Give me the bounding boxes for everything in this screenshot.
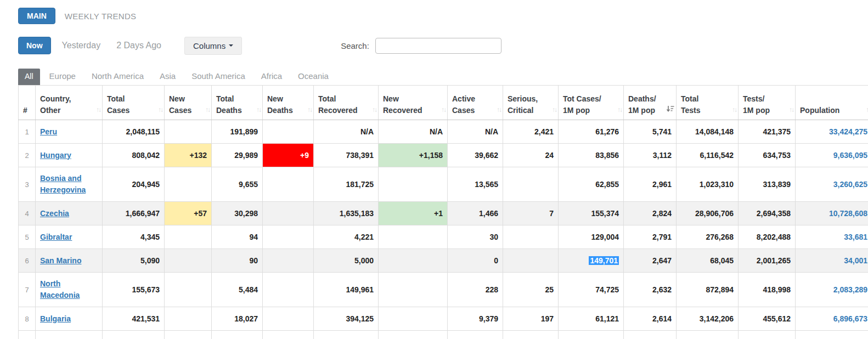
sort-icon: ↑↓: [497, 105, 501, 115]
active-cases-cell: N/A: [448, 120, 503, 144]
tests-per-1m-cell: 418,998: [739, 273, 796, 307]
new-cases-cell: [165, 225, 212, 249]
continent-tab-oceania[interactable]: Oceania: [298, 68, 329, 85]
new-cases-cell: [165, 273, 212, 307]
country-link[interactable]: Gibraltar: [40, 233, 72, 241]
country-link[interactable]: Hungary: [40, 151, 71, 160]
population-link[interactable]: 2,083,289: [833, 285, 867, 294]
total-recovered-cell: 181,725: [314, 167, 379, 202]
serious-critical-cell: [503, 331, 559, 339]
column-header-country[interactable]: Country,Other↑↓: [36, 86, 103, 120]
covid-stats-table: #Country,Other↑↓TotalCases↑↓NewCases↑↓To…: [18, 85, 868, 339]
columns-dropdown[interactable]: Columns: [184, 37, 242, 55]
country-cell: Peru: [36, 120, 103, 144]
continent-tab-north-america[interactable]: North America: [92, 68, 144, 85]
sort-icon: ↑↓: [617, 105, 622, 115]
column-header-tests-per-1m[interactable]: Tests/1M pop↑↓: [739, 86, 796, 120]
population-link[interactable]: 3,260,625: [833, 180, 867, 189]
continent-tab-asia[interactable]: Asia: [160, 68, 176, 85]
country-link[interactable]: Peru: [40, 127, 57, 136]
columns-dropdown-label: Columns: [193, 42, 226, 50]
cases-per-1m-cell: 155,374: [559, 202, 624, 225]
country-link[interactable]: Czechia: [40, 209, 69, 218]
column-header-new-cases[interactable]: NewCases↑↓: [165, 86, 212, 120]
column-header-active-cases[interactable]: ActiveCases↑↓: [448, 86, 503, 120]
header-label: Tests: [681, 105, 734, 116]
header-label: Deaths/: [628, 93, 672, 104]
header-label: #: [23, 105, 31, 116]
total-tests-cell: 276,268: [677, 225, 739, 249]
population-link[interactable]: 33,424,275: [829, 127, 867, 136]
total-tests-cell: [677, 331, 739, 339]
total-recovered-cell: 1,635,183: [314, 202, 379, 225]
total-deaths-cell: 94: [212, 225, 263, 249]
cases-per-1m-cell: 149,701: [559, 249, 624, 273]
population-link[interactable]: 6,896,673: [833, 314, 867, 323]
tab-main[interactable]: MAIN: [18, 8, 55, 24]
column-header-serious-critical[interactable]: Serious,Critical↑↓: [503, 86, 559, 120]
column-header-deaths-per-1m[interactable]: Deaths/1M pop: [624, 86, 677, 120]
serious-critical-cell: 7: [503, 202, 559, 225]
continent-tab-africa[interactable]: Africa: [261, 68, 282, 85]
search-input[interactable]: [375, 38, 501, 54]
column-header-total-tests[interactable]: TotalTests↑↓: [677, 86, 739, 120]
country-cell: Bosnia and Herzegovina: [36, 167, 103, 202]
column-header-population[interactable]: Population↑↓: [796, 86, 868, 120]
column-header-total-recovered[interactable]: TotalRecovered↑↓: [314, 86, 379, 120]
header-label: Total: [318, 93, 374, 104]
population-link[interactable]: 33,681: [844, 233, 867, 241]
tests-per-1m-cell: 634,753: [739, 144, 796, 167]
now-button[interactable]: Now: [18, 37, 51, 54]
yesterday-button[interactable]: Yesterday: [62, 41, 101, 50]
new-recovered-cell: [379, 273, 448, 307]
new-cases-cell: [165, 331, 212, 339]
cases-per-1m-cell: 74,725: [559, 273, 624, 307]
serious-critical-cell: 25: [503, 273, 559, 307]
deaths-per-1m-cell: 2,824: [624, 202, 677, 225]
header-label: New: [267, 93, 309, 104]
continent-tab-south-america[interactable]: South America: [191, 68, 245, 85]
header-label: Serious,: [508, 93, 554, 104]
header-label: Cases: [107, 105, 160, 116]
column-header-cases-per-1m[interactable]: Tot Cases/1M pop↑↓: [559, 86, 624, 120]
country-cell: Czechia: [36, 202, 103, 225]
total-tests-cell: 68,045: [677, 249, 739, 273]
total-recovered-cell: 394,125: [314, 307, 379, 331]
continent-tab-all[interactable]: All: [18, 69, 40, 85]
total-tests-cell: 6,116,542: [677, 144, 739, 167]
population-cell: 6,896,673: [796, 307, 868, 331]
table-row: [19, 331, 868, 339]
column-header-total-cases[interactable]: TotalCases↑↓: [103, 86, 165, 120]
header-label: Cases: [452, 105, 498, 116]
header-label: Population: [800, 105, 867, 116]
population-cell: 33,681: [796, 225, 868, 249]
country-link[interactable]: North Macedonia: [40, 279, 80, 300]
deaths-per-1m-cell: 5,741: [624, 120, 677, 144]
country-link[interactable]: Bosnia and Herzegovina: [40, 174, 86, 194]
country-cell: Bulgaria: [36, 307, 103, 331]
population-cell: 10,728,608: [796, 202, 868, 225]
continent-tab-europe[interactable]: Europe: [49, 68, 76, 85]
main-page: MAIN WEEKLY TRENDS Now Yesterday 2 Days …: [0, 0, 868, 339]
table-row: 5Gibraltar4,345944,22130129,0042,791276,…: [19, 225, 868, 249]
population-link[interactable]: 10,728,608: [829, 209, 867, 218]
tab-weekly-trends[interactable]: WEEKLY TRENDS: [65, 12, 137, 21]
header-label: Tot Cases/: [563, 93, 619, 104]
country-link[interactable]: San Marino: [40, 256, 81, 265]
column-header-new-deaths[interactable]: NewDeaths↑↓: [263, 86, 314, 120]
header-label: Total: [681, 93, 734, 104]
active-cases-cell: 0: [448, 249, 503, 273]
column-header-new-recovered[interactable]: NewRecovered↑↓: [379, 86, 448, 120]
deaths-per-1m-cell: 2,632: [624, 273, 677, 307]
country-link[interactable]: Bulgaria: [40, 314, 71, 323]
deaths-per-1m-cell: 3,112: [624, 144, 677, 167]
tests-per-1m-cell: [739, 331, 796, 339]
population-link[interactable]: 9,636,095: [833, 151, 867, 160]
two-days-ago-button[interactable]: 2 Days Ago: [116, 41, 161, 50]
total-tests-cell: 28,906,706: [677, 202, 739, 225]
total-deaths-cell: 5,484: [212, 273, 263, 307]
row-number: [19, 331, 36, 339]
column-header-total-deaths[interactable]: TotalDeaths↑↓: [212, 86, 263, 120]
toolbar: Now Yesterday 2 Days Ago Columns Search:: [18, 36, 868, 55]
population-link[interactable]: 34,001: [844, 256, 867, 265]
